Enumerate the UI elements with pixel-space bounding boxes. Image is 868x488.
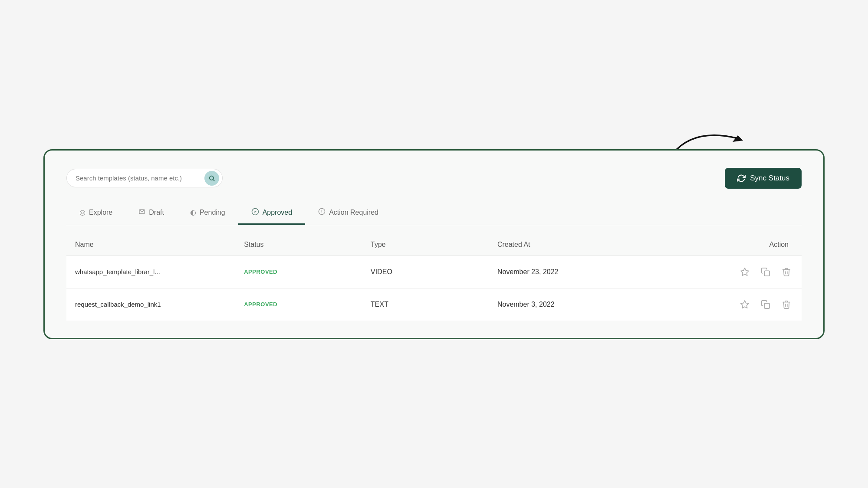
tab-draft[interactable]: Draft xyxy=(125,202,177,224)
svg-marker-0 xyxy=(733,135,743,142)
star-icon xyxy=(740,300,750,309)
star-icon xyxy=(740,267,750,277)
search-input[interactable] xyxy=(66,169,223,187)
table-row: whatsapp_template_librar_l... APPROVED V… xyxy=(66,255,802,288)
tab-explore[interactable]: ◎ Explore xyxy=(66,202,125,224)
draft-icon xyxy=(138,208,145,217)
tab-action-required[interactable]: Action Required xyxy=(305,202,391,224)
trash-icon xyxy=(782,267,791,277)
col-header-type: Type xyxy=(371,241,497,249)
copy-icon xyxy=(761,300,770,309)
table-container: Name Status Type Created At Action whats… xyxy=(66,234,802,321)
svg-marker-10 xyxy=(741,300,749,308)
col-header-action: Action xyxy=(666,241,793,249)
approved-tab-icon xyxy=(251,208,259,217)
row1-date: November 23, 2022 xyxy=(497,268,666,276)
row2-status: APPROVED xyxy=(244,301,371,308)
svg-rect-11 xyxy=(764,303,769,308)
col-header-name: Name xyxy=(75,241,244,249)
copy-icon xyxy=(761,267,770,277)
col-header-created-at: Created At xyxy=(497,241,666,249)
row2-date: November 3, 2022 xyxy=(497,301,666,308)
row2-actions xyxy=(666,298,793,311)
row2-type: TEXT xyxy=(371,301,497,308)
tab-approved[interactable]: Approved xyxy=(238,202,306,225)
row1-star-button[interactable] xyxy=(738,265,751,278)
table-header: Name Status Type Created At Action xyxy=(66,234,802,255)
tabs-bar: ◎ Explore Draft ◐ Pending xyxy=(66,202,802,225)
row2-star-button[interactable] xyxy=(738,298,751,311)
row1-type: VIDEO xyxy=(371,268,497,276)
search-icon xyxy=(208,175,215,182)
col-header-status: Status xyxy=(244,241,371,249)
svg-line-2 xyxy=(213,180,214,181)
action-required-icon xyxy=(318,208,326,217)
row1-name: whatsapp_template_librar_l... xyxy=(75,268,244,275)
search-button[interactable] xyxy=(204,171,219,186)
page-wrapper: Sync Status ◎ Explore Draft ◐ Pendin xyxy=(43,149,825,339)
row2-name: request_callback_demo_link1 xyxy=(75,301,244,308)
table-row: request_callback_demo_link1 APPROVED TEX… xyxy=(66,288,802,321)
row1-actions xyxy=(666,265,793,278)
sync-status-button[interactable]: Sync Status xyxy=(725,168,802,189)
svg-rect-9 xyxy=(764,271,769,276)
search-container xyxy=(66,169,223,187)
row2-delete-button[interactable] xyxy=(780,298,793,311)
top-bar: Sync Status xyxy=(66,168,802,189)
sync-icon xyxy=(737,174,746,183)
row1-status: APPROVED xyxy=(244,269,371,275)
tab-pending[interactable]: ◐ Pending xyxy=(177,202,238,224)
row1-delete-button[interactable] xyxy=(780,265,793,278)
row2-copy-button[interactable] xyxy=(759,298,772,311)
row1-copy-button[interactable] xyxy=(759,265,772,278)
main-card: Sync Status ◎ Explore Draft ◐ Pendin xyxy=(43,149,825,339)
svg-marker-8 xyxy=(741,268,749,275)
pending-icon: ◐ xyxy=(190,208,196,216)
explore-icon: ◎ xyxy=(79,208,85,216)
trash-icon xyxy=(782,300,791,309)
